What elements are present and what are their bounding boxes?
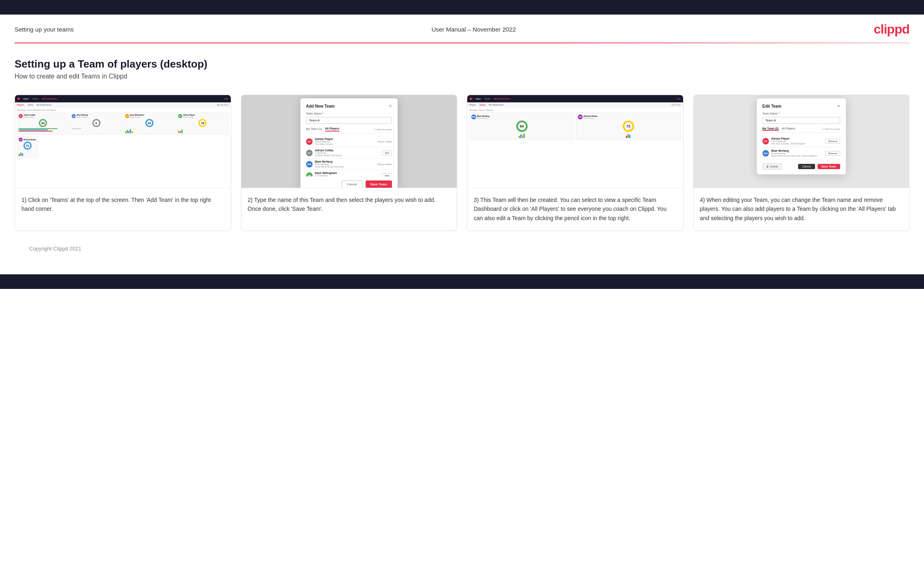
ss1-p3-score: 94 bbox=[125, 119, 174, 127]
dialog2-box: Add New Team × Team Name * My Team (2) A… bbox=[300, 98, 398, 188]
dialog4-tab-all-players[interactable]: All Players bbox=[782, 127, 795, 131]
ss3-p1-info: Blair McHarg Plus Handicap bbox=[477, 115, 490, 119]
ss3-p2-detail: Plus Handicap bbox=[583, 117, 597, 119]
dialog2-p4-add-btn[interactable]: Add bbox=[382, 173, 392, 177]
ss1-logo: clippd bbox=[23, 98, 28, 100]
ss1-p1-header: AP Adrian Coliba Player Quality bbox=[19, 114, 67, 118]
card-3: clippd Home My Performance ✏ ⚙ Players T… bbox=[467, 95, 683, 231]
main-content: Setting up a Team of players (desktop) H… bbox=[0, 43, 924, 266]
card-2-text: 2) Type the name of this Team and then s… bbox=[241, 188, 457, 231]
dialog4-save-button[interactable]: Save Team bbox=[818, 164, 840, 169]
ss1-p1-bar1 bbox=[19, 128, 57, 129]
ss1-p5-bar3 bbox=[22, 153, 23, 156]
ss1-p1-bar3 bbox=[19, 131, 53, 132]
dialog4-footer: 🗑 Delete Cancel Save Team bbox=[762, 163, 840, 170]
ss1-player-1: AP Adrian Coliba Player Quality 84 bbox=[17, 112, 69, 135]
ss1-p2-bar1 bbox=[72, 128, 81, 129]
ss1-player-area: Showing 4 out of 4 Players from: All Pla… bbox=[15, 107, 231, 159]
dialog4-p1-name: Adrian Player bbox=[771, 137, 826, 140]
ss3-p1-header: BM Blair McHarg Plus Handicap bbox=[471, 115, 572, 119]
dialog2-p1-info: Adrian Player Plus Handicap The Stow, Lo… bbox=[315, 138, 377, 145]
ss1-topbar: clippd Home My Performance ⚙ ✉ bbox=[15, 95, 231, 102]
ss1-p3-header: DB Dave Billingham Player Quality bbox=[125, 114, 174, 118]
page-subtitle: How to create and edit Teams in Clippd bbox=[15, 73, 909, 80]
dialog4-p2-name: Blair McHarg bbox=[771, 149, 826, 152]
ss3-p1-name: Blair McHarg bbox=[477, 115, 490, 117]
dialog2-p1-name: Adrian Player bbox=[315, 138, 377, 140]
dialog4-p1-info: Adrian Player Plus Handicap The Stow Lon… bbox=[771, 137, 826, 145]
ss1-nav-teams: My Performance bbox=[42, 98, 57, 100]
dialog4-p2-detail2: Royal North Devon Golf Club, United King… bbox=[771, 155, 826, 157]
dialog2-p3-status: Player Added bbox=[377, 163, 392, 165]
dialog2-tab-all-players[interactable]: All Players bbox=[325, 127, 340, 132]
dialog4-tab-my-team[interactable]: My Team (2) bbox=[762, 127, 779, 131]
ss3-p1-avatar: BM bbox=[471, 115, 476, 119]
ss1-p4-bar3 bbox=[181, 129, 183, 133]
dialog4-p2-avatar: BM bbox=[762, 150, 769, 157]
dialog4-header: Edit Team × bbox=[762, 103, 840, 109]
ss1-p3-avatar: DB bbox=[125, 114, 129, 118]
ss3-nav-home: Home bbox=[485, 98, 490, 100]
ss3-topbar: clippd Home My Performance ✏ ⚙ bbox=[467, 95, 683, 102]
ss1-p5-header: RB Richard Butler bbox=[19, 138, 36, 142]
ss3-player-2: RB Richard Butler Plus Handicap 72 bbox=[576, 112, 681, 140]
ss1-p3-bar5 bbox=[132, 131, 133, 133]
dialog4-p2-remove-btn[interactable]: Remove bbox=[825, 151, 840, 156]
dialog2-name-label: Team Name * bbox=[306, 112, 392, 115]
dialog4-footer-right: Cancel Save Team bbox=[798, 164, 840, 169]
dialog4-cancel-button[interactable]: Cancel bbox=[798, 164, 815, 169]
dialog2-close-icon[interactable]: × bbox=[389, 103, 392, 109]
dialog4-close-icon[interactable]: × bbox=[837, 103, 840, 109]
ss1-p5-badge: 72 bbox=[23, 142, 32, 150]
card-3-description: 3) This Team will then be created. You c… bbox=[474, 197, 666, 221]
ss1-nav-icons: ⚙ ✉ bbox=[224, 98, 228, 100]
ss1-p5-bar2 bbox=[20, 153, 21, 156]
dialog2-filter: ☐ Filter by name bbox=[374, 128, 392, 131]
ss1-p3-sub: Player Quality bbox=[130, 116, 144, 118]
dialog2-player-3: BM Blair McHarg Plus Handicap Royal Nort… bbox=[306, 159, 392, 170]
dialog2-p3-avatar: BM bbox=[306, 161, 313, 168]
ss1-p4-chart bbox=[178, 128, 227, 133]
dialog4-p1-remove-btn[interactable]: Remove bbox=[825, 139, 840, 144]
dialog2-team-name-input[interactable] bbox=[306, 117, 392, 124]
ss1-p5-name: Richard Butler bbox=[23, 139, 36, 141]
dialog2-p2-add-btn[interactable]: Add bbox=[382, 151, 392, 155]
ss3-add-team: + Add Team bbox=[670, 104, 681, 106]
dialog4-box: Edit Team × Team Name * My Team (2) All … bbox=[757, 98, 846, 174]
dialog2-tabs: My Team (2) All Players ☐ Filter by name bbox=[306, 127, 392, 134]
dialog2-tab-my-team[interactable]: My Team (2) bbox=[306, 127, 322, 131]
ss3-nav-perf: My Performance bbox=[494, 98, 510, 100]
screenshot-1: clippd Home My Performance ⚙ ✉ Players T… bbox=[15, 95, 231, 188]
dialog4-filter-label: Filter by name bbox=[825, 128, 840, 130]
dialog2-footer: Cancel Save Team bbox=[306, 180, 392, 188]
header: Setting up your teams User Manual – Nove… bbox=[0, 15, 924, 42]
ss1-p3-chart bbox=[125, 128, 174, 133]
dialog4-team-name-input[interactable] bbox=[762, 117, 840, 124]
ss1-player-5: RB Richard Butler 72 bbox=[17, 136, 38, 157]
dialog4-tabs: My Team (2) All Players ☐ Filter by name bbox=[762, 127, 840, 133]
dialog2-cancel-button[interactable]: Cancel bbox=[342, 180, 362, 188]
ss1-p5-info: Richard Butler bbox=[23, 139, 36, 141]
filter-checkbox[interactable]: ☐ bbox=[374, 128, 376, 131]
ss1-add-team-btn: ▣ Add Team bbox=[217, 104, 229, 106]
dialog4-player-1: AP Adrian Player Plus Handicap The Stow … bbox=[762, 135, 840, 147]
card-1: clippd Home My Performance ⚙ ✉ Players T… bbox=[15, 95, 231, 231]
dialog2-save-button[interactable]: Save Team bbox=[366, 180, 392, 188]
dialog4-name-label: Team Name * bbox=[762, 112, 840, 115]
screenshot-3: clippd Home My Performance ✏ ⚙ Players T… bbox=[467, 95, 683, 188]
card-4: Edit Team × Team Name * My Team (2) All … bbox=[693, 95, 910, 231]
ss1-players-grid: AP Adrian Coliba Player Quality 84 bbox=[17, 112, 229, 135]
ss1-subnav-perf: My Performance bbox=[37, 104, 52, 106]
dialog4-delete-button[interactable]: 🗑 Delete bbox=[762, 163, 782, 170]
ss1-p1-info: Adrian Coliba Player Quality bbox=[23, 114, 35, 118]
ss1-subnav-teams: Teams bbox=[28, 104, 34, 106]
ss3-p1-badge: 94 bbox=[516, 121, 528, 132]
cards-row: clippd Home My Performance ⚙ ✉ Players T… bbox=[15, 95, 909, 231]
ss1-p1-badge: 84 bbox=[39, 119, 47, 127]
ss3-sub-perf: My Performance bbox=[489, 104, 504, 106]
dialog2-p3-detail2: Royal North Devon Golf Club bbox=[315, 165, 377, 168]
ss1-p1-score: 84 bbox=[19, 119, 67, 127]
ss1-count-label: Showing 4 out of 4 Players from: All Pla… bbox=[17, 109, 229, 111]
ss3-p2-bar1 bbox=[626, 136, 627, 138]
ss1-p1-sub: Player Quality bbox=[23, 116, 35, 118]
